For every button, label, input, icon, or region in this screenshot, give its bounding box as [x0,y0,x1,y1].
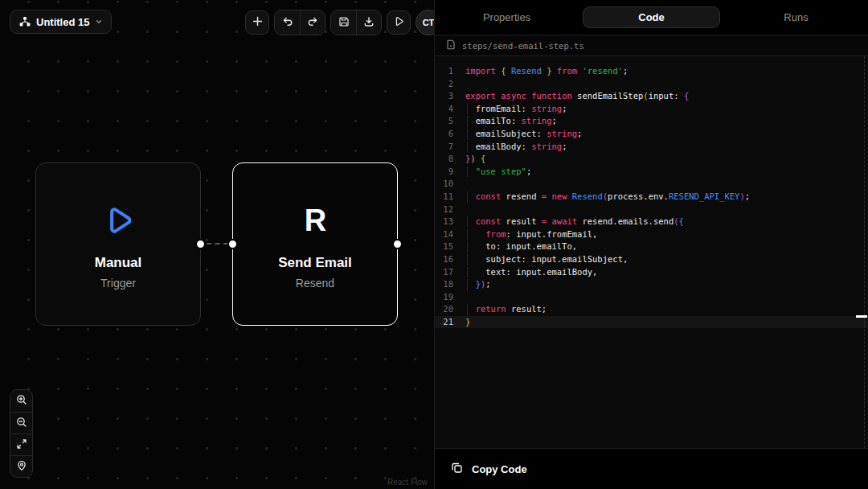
file-button-group [330,10,382,35]
code-row[interactable]: 16 subject: input.emailSubject, [435,253,868,266]
code-line[interactable]: export async function sendEmailStep(inpu… [461,90,868,103]
code-row[interactable]: 6 emailSubject: string; [435,128,868,141]
code-row[interactable]: 14 from: input.fromEmail, [435,228,868,241]
code-line[interactable]: "use step"; [461,166,868,179]
indent-guide [467,191,468,203]
handle-send-email-target[interactable] [227,239,238,249]
node-manual-trigger[interactable]: Manual Trigger [35,162,201,326]
code-row[interactable]: 15 to: input.emailTo, [435,240,868,253]
edge-connection[interactable] [207,243,228,244]
undo-button[interactable] [275,10,300,35]
code-row[interactable]: 17 text: input.emailBody, [435,266,868,279]
code-row[interactable]: 1import { Resend } from 'resend'; [435,65,868,78]
flow-canvas[interactable]: Untitled 15 [0,0,434,489]
indent-guide [467,279,468,290]
code-line[interactable]: to: input.emailTo, [461,240,868,253]
node-title: Send Email [278,255,352,271]
download-button[interactable] [356,10,381,35]
code-line[interactable]: }); [461,278,868,291]
workflow-name-button[interactable]: Untitled 15 [10,10,112,34]
code-line[interactable]: return result; [461,303,868,316]
line-number: 6 [435,128,461,141]
code-line[interactable]: const result = await resend.emails.send(… [461,216,868,228]
line-number: 3 [435,90,461,103]
editor-scrollbar[interactable] [864,56,865,448]
code-editor[interactable]: 1import { Resend } from 'resend';23expor… [435,56,868,448]
copy-code-button[interactable]: Copy Code [451,462,527,476]
node-title: Manual [95,255,142,271]
code-row[interactable]: 19 [435,291,868,304]
save-button[interactable] [331,10,356,35]
node-subtitle: Resend [296,277,334,290]
locate-button[interactable] [10,455,32,477]
node-send-email[interactable]: R Send Email Resend [232,162,398,326]
tab-properties[interactable]: Properties [439,6,575,28]
undo-arrow-icon [282,16,293,30]
code-line[interactable]: subject: input.emailSubject, [461,253,868,266]
map-pin-icon [16,460,27,474]
indent-guide [467,116,468,127]
code-line[interactable]: fromEmail: string; [461,103,868,116]
zoom-in-button[interactable] [10,390,32,412]
workflow-icon [19,16,31,27]
code-row[interactable]: 11 const resend = new Resend(process.env… [435,191,868,203]
add-node-button[interactable] [245,10,269,35]
expand-diagonal-icon [16,438,27,452]
indent-guide [467,304,468,315]
line-number: 11 [435,191,461,203]
copy-code-label: Copy Code [472,463,527,475]
code-line[interactable] [461,291,868,304]
code-line[interactable]: emailTo: string; [461,115,868,128]
indent-guide [467,142,468,153]
copy-icon [451,462,463,476]
play-outline-icon [100,200,136,240]
line-number: 12 [435,203,461,216]
redo-button[interactable] [300,10,325,35]
line-number: 17 [435,266,461,279]
code-line[interactable]: } [461,316,868,329]
tab-code[interactable]: Code [583,6,720,28]
code-line[interactable]: import { Resend } from 'resend'; [461,65,868,78]
code-line[interactable]: emailBody: string; [461,141,868,154]
chevron-down-icon [95,18,103,26]
app: Untitled 15 [0,0,868,489]
code-line[interactable]: const resend = new Resend(process.env.RE… [461,191,868,203]
code-row[interactable]: 4 fromEmail: string; [435,103,868,116]
code-row[interactable]: 2 [435,78,868,91]
play-icon [394,16,404,29]
fit-view-button[interactable] [10,434,32,455]
code-row[interactable]: 7 emailBody: string; [435,141,868,154]
code-line[interactable] [461,78,868,91]
tab-runs[interactable]: Runs [728,6,864,28]
code-row[interactable]: 18 }); [435,278,868,291]
code-line[interactable] [461,203,868,216]
code-row[interactable]: 20 return result; [435,303,868,316]
code-line[interactable]: emailSubject: string; [461,128,868,141]
code-line[interactable]: from: input.fromEmail, [461,228,868,241]
code-row[interactable]: 8}) { [435,153,868,166]
code-row[interactable]: 9 "use step"; [435,166,868,179]
code-line[interactable]: text: input.emailBody, [461,266,868,279]
code-line[interactable] [461,178,868,191]
code-row[interactable]: 12 [435,203,868,216]
download-icon [363,16,375,30]
code-row[interactable]: 13 const result = await resend.emails.se… [435,216,868,228]
handle-manual-source[interactable] [195,239,206,249]
zoom-out-button[interactable] [10,412,32,434]
run-workflow-button[interactable] [387,10,411,35]
line-number: 5 [435,115,461,128]
indent-guide [467,216,468,228]
user-avatar[interactable]: CT [416,10,434,35]
line-number: 16 [435,253,461,266]
code-row[interactable]: 21} [435,316,868,329]
line-number: 8 [435,153,461,166]
code-row[interactable]: 10 [435,178,868,191]
code-row[interactable]: 3export async function sendEmailStep(inp… [435,90,868,103]
code-row[interactable]: 5 emailTo: string; [435,115,868,128]
scrollbar-cursor-marker[interactable] [856,315,867,318]
handle-send-email-source[interactable] [392,239,403,249]
code-line[interactable]: }) { [461,153,868,166]
react-flow-attribution[interactable]: React Flow [387,478,428,487]
inspector-panel: Properties Code Runs steps/send-email-st… [434,0,868,489]
indent-guide [467,104,468,115]
